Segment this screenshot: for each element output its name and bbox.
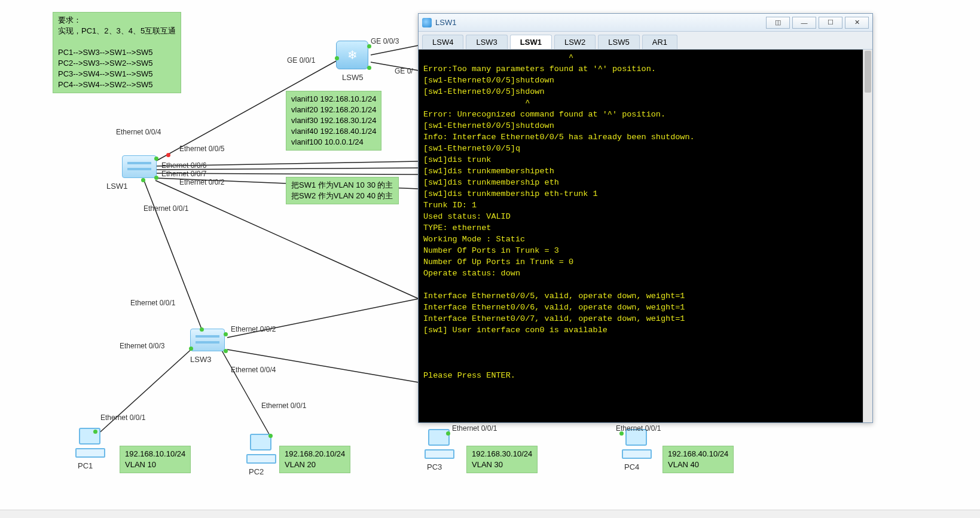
port-status-dot bbox=[154, 176, 158, 180]
pc2-info-box: 192.168.20.10/24 VLAN 20 bbox=[279, 446, 350, 473]
pc3-info-box: 192.168.30.10/24 VLAN 30 bbox=[466, 446, 538, 473]
terminal-title: LSW1 bbox=[435, 18, 764, 27]
device-pc2[interactable] bbox=[246, 434, 276, 464]
device-pc4-label: PC4 bbox=[624, 462, 639, 471]
terminal-output[interactable]: ^ Error:Too many parameters found at '^'… bbox=[419, 50, 863, 422]
device-lsw5[interactable]: ❄ bbox=[336, 41, 368, 69]
port-status-dot bbox=[619, 431, 624, 436]
port-label: Ethernet 0/0/4 bbox=[116, 128, 161, 136]
svg-line-5 bbox=[371, 45, 419, 55]
port-label: Ethernet 0/0/2 bbox=[179, 178, 224, 186]
topology-canvas[interactable]: 要求： 实现，PC1、2、3、4、5互联互通 PC1-->SW3-->SW1--… bbox=[0, 0, 980, 518]
vlan-role-box: 把SW1 作为VLAN 10 30 的主 把SW2 作为VLAN 20 40 的… bbox=[286, 177, 399, 204]
pc4-info-box: 192.168.40.10/24 VLAN 40 bbox=[663, 446, 734, 473]
port-status-dot bbox=[141, 178, 145, 182]
port-label: Ethernet 0/0/2 bbox=[231, 325, 276, 333]
port-label: Ethernet 0/0/6 bbox=[161, 161, 206, 170]
port-status-dot bbox=[224, 349, 228, 353]
device-lsw1[interactable] bbox=[122, 155, 157, 178]
port-status-dot bbox=[446, 431, 450, 436]
terminal-icon bbox=[422, 18, 432, 27]
port-label: Ethernet 0/0/1 bbox=[130, 299, 175, 307]
device-pc2-label: PC2 bbox=[249, 467, 264, 476]
minimize-button[interactable]: — bbox=[792, 17, 816, 29]
terminal-tab-bar: LSW4 LSW3 LSW1 LSW2 LSW5 AR1 bbox=[419, 32, 872, 50]
device-pc4[interactable] bbox=[622, 429, 652, 459]
device-pc3-label: PC3 bbox=[427, 462, 442, 471]
scrollbar-thumb[interactable] bbox=[865, 51, 871, 93]
port-label: GE 0/ bbox=[395, 67, 413, 75]
pin-button[interactable]: ◫ bbox=[766, 17, 790, 29]
device-lsw3-label: LSW3 bbox=[190, 355, 211, 364]
port-label: GE 0/0/3 bbox=[371, 37, 399, 45]
horizontal-scrollbar[interactable] bbox=[0, 510, 980, 518]
router-icon: ❄ bbox=[336, 41, 368, 69]
port-status-dot bbox=[154, 157, 158, 161]
port-status-dot bbox=[268, 434, 273, 438]
port-label: Ethernet 0/0/5 bbox=[179, 145, 224, 153]
port-label: Ethernet 0/0/1 bbox=[144, 204, 188, 213]
tab-lsw1[interactable]: LSW1 bbox=[510, 35, 552, 49]
terminal-window[interactable]: LSW1 ◫ — ☐ ✕ LSW4 LSW3 LSW1 LSW2 LSW5 AR… bbox=[418, 13, 873, 423]
port-label: Ethernet 0/0/1 bbox=[261, 401, 306, 410]
device-pc1[interactable] bbox=[75, 428, 105, 458]
port-status-dot bbox=[335, 56, 339, 60]
port-status-dot bbox=[166, 153, 170, 157]
svg-line-9 bbox=[96, 347, 194, 436]
tab-lsw4[interactable]: LSW4 bbox=[422, 35, 463, 49]
terminal-scrollbar[interactable] bbox=[863, 50, 872, 422]
device-pc1-label: PC1 bbox=[78, 461, 93, 470]
port-label: Ethernet 0/0/1 bbox=[100, 413, 145, 422]
device-lsw5-label: LSW5 bbox=[342, 73, 363, 82]
tab-lsw5[interactable]: LSW5 bbox=[598, 35, 639, 49]
device-lsw1-label: LSW1 bbox=[106, 182, 127, 191]
port-label: Ethernet 0/0/4 bbox=[231, 366, 276, 374]
port-status-dot bbox=[189, 347, 193, 351]
tab-lsw3[interactable]: LSW3 bbox=[466, 35, 507, 49]
port-status-dot bbox=[200, 327, 204, 332]
terminal-titlebar[interactable]: LSW1 ◫ — ☐ ✕ bbox=[419, 14, 872, 32]
vlanif-box: vlanif10 192.168.10.1/24 vlanif20 192.16… bbox=[286, 91, 381, 151]
port-status-dot bbox=[224, 332, 228, 336]
port-status-dot bbox=[93, 430, 97, 434]
tab-ar1[interactable]: AR1 bbox=[642, 35, 677, 49]
port-label: Ethernet 0/0/3 bbox=[120, 342, 164, 350]
requirements-box: 要求： 实现，PC1、2、3、4、5互联互通 PC1-->SW3-->SW1--… bbox=[53, 12, 181, 93]
port-label: Ethernet 0/0/7 bbox=[161, 170, 206, 178]
close-button[interactable]: ✕ bbox=[845, 17, 869, 29]
port-status-dot bbox=[367, 44, 371, 48]
svg-line-7 bbox=[144, 179, 203, 333]
maximize-button[interactable]: ☐ bbox=[819, 17, 842, 29]
port-label: Ethernet 0/0/1 bbox=[452, 424, 497, 433]
port-label: GE 0/0/1 bbox=[287, 56, 315, 65]
port-status-dot bbox=[367, 66, 371, 70]
device-lsw3[interactable] bbox=[190, 329, 225, 351]
svg-line-10 bbox=[221, 350, 270, 436]
tab-lsw2[interactable]: LSW2 bbox=[554, 35, 596, 49]
pc1-info-box: 192.168.10.10/24 VLAN 10 bbox=[120, 446, 191, 473]
